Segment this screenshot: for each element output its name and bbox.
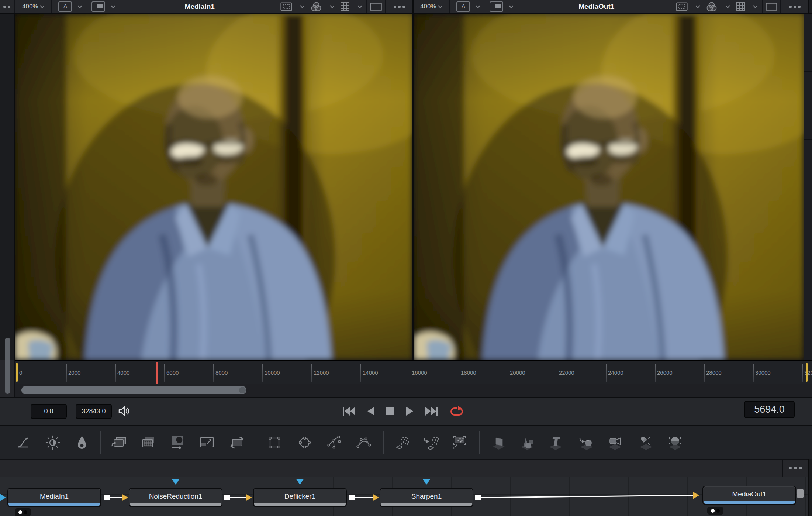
channel-booleans-icon[interactable] xyxy=(111,434,127,451)
viewer2-buffer-a-button[interactable]: A xyxy=(456,1,470,12)
node-editor-options-menu[interactable] xyxy=(782,460,808,477)
viewer2-grid-menu[interactable] xyxy=(750,5,761,8)
node-noisereduction1[interactable]: NoiseReduction1 xyxy=(129,488,222,507)
viewer1-channels-menu[interactable] xyxy=(326,5,338,8)
color-corrector-icon[interactable] xyxy=(74,434,90,451)
range-start-field[interactable]: 0.0 xyxy=(31,404,67,419)
viewer1-buffer-menu[interactable] xyxy=(74,5,86,8)
chevron-down-icon xyxy=(110,5,116,8)
resize-icon[interactable] xyxy=(199,434,215,451)
polygon-mask-icon[interactable] xyxy=(326,434,342,451)
viewer2-grid-button[interactable] xyxy=(733,2,747,11)
output-port[interactable] xyxy=(349,495,355,500)
particle-emitter-icon[interactable] xyxy=(395,434,411,451)
viewer2-roi-button[interactable] xyxy=(674,2,690,11)
node-mediaout1[interactable]: MediaOut1 xyxy=(702,486,796,505)
camera-3d-icon[interactable] xyxy=(607,434,623,451)
fusion-page: 400% A MediaIn1 xyxy=(0,0,812,516)
viewer1-frame-button[interactable] xyxy=(368,3,384,11)
skip-to-start-button[interactable] xyxy=(342,406,356,416)
shape-3d-icon[interactable] xyxy=(519,434,535,451)
vertical-scrollbar[interactable] xyxy=(5,338,10,394)
audio-mute-button[interactable] xyxy=(118,406,130,418)
input-port[interactable] xyxy=(373,494,379,501)
node-toggle-badge[interactable] xyxy=(15,508,31,516)
timeline-scrollbar-track[interactable] xyxy=(15,384,812,397)
render-range-end-marker[interactable] xyxy=(806,363,808,382)
viewer2-frame-button[interactable] xyxy=(763,3,780,11)
effect-input-indicator[interactable] xyxy=(422,479,431,485)
output-port[interactable] xyxy=(104,495,110,500)
viewer2-channels-button[interactable] xyxy=(704,1,720,12)
viewer2-zoom-select[interactable]: 400% xyxy=(414,3,448,10)
bspline-mask-icon[interactable] xyxy=(356,434,372,451)
spotlight-3d-icon[interactable] xyxy=(638,434,654,451)
playhead[interactable] xyxy=(156,362,158,384)
ellipse-mask-icon[interactable] xyxy=(297,434,313,451)
viewer1-layout-button[interactable] xyxy=(91,1,105,12)
node-graph[interactable]: MediaIn1 NoiseReduction1 Deflicker1 Shar… xyxy=(0,477,808,516)
loop-button[interactable] xyxy=(449,405,464,417)
viewer1-roi-button[interactable] xyxy=(278,2,294,11)
viewer1-grid-button[interactable] xyxy=(338,2,352,11)
node-toggle-badge[interactable] xyxy=(707,507,723,515)
ruler-tick: 18000 xyxy=(459,364,459,382)
node-deflicker1[interactable]: Deflicker1 xyxy=(253,488,347,507)
play-reverse-button[interactable] xyxy=(367,406,375,416)
current-frame-field[interactable]: 5694.0 xyxy=(744,401,795,418)
node-mediain1[interactable]: MediaIn1 xyxy=(7,488,101,507)
viewer1-canvas[interactable] xyxy=(15,14,412,360)
renderer-3d-icon[interactable] xyxy=(667,434,683,451)
viewer2-layout-menu[interactable] xyxy=(505,5,517,8)
toolbar-divider xyxy=(383,431,384,454)
graph-input-arrow[interactable] xyxy=(0,494,6,501)
panel-overflow-icon[interactable] xyxy=(0,6,13,8)
brightness-contrast-icon[interactable] xyxy=(45,434,61,451)
input-port[interactable] xyxy=(122,494,128,501)
input-port[interactable] xyxy=(246,494,252,501)
transform-icon[interactable] xyxy=(229,434,245,451)
viewer2-canvas[interactable] xyxy=(414,14,804,360)
range-end-field[interactable]: 32843.0 xyxy=(76,404,112,419)
chevron-down-icon xyxy=(508,5,514,8)
time-ruler[interactable]: 0 2000 4000 6000 8000 10000 12000 14000 … xyxy=(15,360,812,384)
output-port[interactable] xyxy=(224,495,230,500)
viewer1-buffer-a-button[interactable]: A xyxy=(58,1,72,12)
play-button[interactable] xyxy=(406,406,414,416)
merge-3d-icon[interactable] xyxy=(578,434,595,451)
image-plane-3d-icon[interactable] xyxy=(491,434,507,451)
viewer2-layout-button[interactable] xyxy=(490,1,503,12)
viewer2-title: MediaOut1 xyxy=(519,3,674,11)
skip-to-end-button[interactable] xyxy=(425,406,438,416)
ruler-tick: 10000 xyxy=(262,364,263,382)
layout-icon xyxy=(97,4,103,8)
text-3d-icon[interactable] xyxy=(547,434,564,451)
color-curves-icon[interactable] xyxy=(15,434,31,451)
viewer1-grid-menu[interactable] xyxy=(354,5,366,8)
viewer2-channels-menu[interactable] xyxy=(722,5,733,8)
timeline-scrollbar-thumb[interactable] xyxy=(21,386,246,394)
viewer1-channels-button[interactable] xyxy=(308,1,324,12)
viewer2-buffer-menu[interactable] xyxy=(472,5,484,8)
particle-merge-icon[interactable] xyxy=(423,434,439,451)
matte-control-icon[interactable] xyxy=(140,434,156,451)
rectangle-mask-icon[interactable] xyxy=(266,434,283,451)
viewer2-roi-menu[interactable] xyxy=(692,5,704,8)
effect-input-indicator[interactable] xyxy=(296,479,304,485)
particle-render-icon[interactable] xyxy=(452,434,468,451)
viewer2-options-menu[interactable] xyxy=(782,6,808,8)
viewer1-layout-menu[interactable] xyxy=(107,5,119,8)
background-icon[interactable] xyxy=(169,434,186,451)
node-label: MediaOut1 xyxy=(703,486,795,502)
node-sharpen1[interactable]: Sharpen1 xyxy=(380,488,473,507)
input-port[interactable] xyxy=(693,492,699,499)
viewer1-zoom-select[interactable]: 400% xyxy=(15,3,50,10)
output-port[interactable] xyxy=(797,489,804,498)
render-range-start-marker[interactable] xyxy=(16,363,18,382)
viewer1-options-menu[interactable] xyxy=(386,6,412,8)
effect-input-indicator[interactable] xyxy=(172,479,180,485)
viewer1-roi-menu[interactable] xyxy=(297,5,308,8)
output-port[interactable] xyxy=(475,495,481,500)
stop-button[interactable] xyxy=(386,407,395,416)
ruler-tick: 32000 xyxy=(802,364,803,382)
